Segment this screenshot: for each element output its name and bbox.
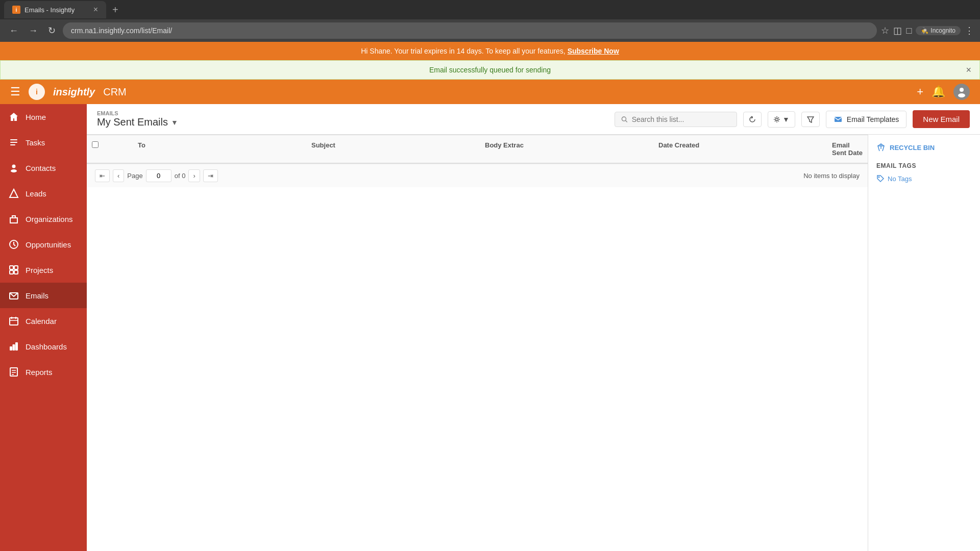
sidebar-item-reports[interactable]: Reports [0,359,87,385]
svg-rect-14 [14,266,18,269]
notifications-icon[interactable]: 🔔 [932,85,945,98]
forward-button[interactable]: → [26,23,41,38]
tab-close-button[interactable]: × [93,6,98,14]
leads-icon [8,188,19,199]
gear-icon [773,116,780,123]
sidebar-item-emails[interactable]: Emails [0,283,87,308]
section-label-area: EMAILS My Sent Emails ▼ [97,110,178,128]
refresh-button[interactable]: ↻ [45,23,59,38]
sidebar-label-contacts: Contacts [26,164,56,172]
sidebar-item-home[interactable]: Home [0,104,87,130]
col-date-created[interactable]: Date Created [653,135,827,163]
subscribe-link[interactable]: Subscribe Now [568,47,619,55]
split-view-icon[interactable]: □ [906,26,912,36]
svg-rect-18 [10,318,18,325]
filter-icon [807,116,814,123]
search-box [615,112,737,127]
home-icon [8,111,19,122]
search-input[interactable] [632,115,730,123]
sidebar-label-emails: Emails [26,291,48,300]
no-tags-link[interactable]: No Tags [876,174,972,183]
sidebar-label-projects: Projects [26,266,53,274]
user-avatar[interactable] [953,84,970,100]
new-email-button[interactable]: New Email [913,110,970,128]
last-page-button[interactable]: ⇥ [203,169,218,182]
next-page-button[interactable]: › [188,169,200,182]
sidebar-label-tasks: Tasks [26,138,45,147]
svg-marker-9 [10,189,18,197]
first-page-button[interactable]: ⇤ [95,169,110,182]
svg-rect-4 [10,139,17,140]
new-tab-button[interactable]: + [108,2,122,18]
main-layout: Home Tasks Contacts Leads [0,104,980,551]
sidebar-item-opportunities[interactable]: Opportunities [0,232,87,257]
col-email-sent-date[interactable]: Email Sent Date [827,135,868,163]
of-label: of 0 [175,172,186,180]
dashboards-icon [8,341,19,352]
content-header: EMAILS My Sent Emails ▼ ▼ [87,104,980,135]
browser-tab[interactable]: i Emails - Insightly × [4,1,106,18]
svg-rect-11 [12,216,15,218]
toast-close-button[interactable]: × [966,65,971,76]
recycle-bin-label: RECYCLE BIN [890,144,935,152]
trial-message: Hi Shane. Your trial expires in 14 days.… [361,47,566,55]
sidebar-item-calendar[interactable]: Calendar [0,308,87,334]
emails-table: To Subject Body Extrac Date Created Emai… [87,135,868,551]
tab-title: Emails - Insightly [24,6,75,14]
app-header: ☰ i insightly CRM + 🔔 [0,80,980,104]
sidebar-item-contacts[interactable]: Contacts [0,155,87,181]
settings-button[interactable]: ▼ [768,111,795,128]
svg-point-8 [11,169,17,172]
sidebar-item-tasks[interactable]: Tasks [0,130,87,155]
svg-point-3 [958,93,965,97]
recycle-bin-icon [876,143,886,152]
svg-rect-23 [13,344,15,350]
sidebar: Home Tasks Contacts Leads [0,104,87,551]
sidebar-label-leads: Leads [26,189,46,198]
recycle-bin-link[interactable]: RECYCLE BIN [876,143,972,152]
svg-rect-22 [10,346,12,350]
view-dropdown-arrow: ▼ [171,118,178,127]
page-number-input[interactable] [146,169,172,182]
svg-point-31 [776,118,778,120]
toast-message: Email successfully queued for sending [429,66,551,74]
svg-marker-32 [807,117,814,122]
opportunities-icon [8,239,19,250]
sidebar-item-projects[interactable]: Projects [0,257,87,283]
section-label: EMAILS [97,110,178,116]
col-subject[interactable]: Subject [306,135,480,163]
prev-page-button[interactable]: ‹ [113,169,124,182]
email-tags-title: EMAIL TAGS [876,162,972,169]
organizations-icon [8,213,19,224]
col-to[interactable]: To [133,135,306,163]
view-selector[interactable]: My Sent Emails ▼ [97,116,178,128]
filter-button[interactable] [801,112,820,127]
sidebar-item-leads[interactable]: Leads [0,181,87,206]
col-checkbox [87,135,107,163]
hamburger-menu[interactable]: ☰ [10,85,20,98]
back-button[interactable]: ← [6,23,21,38]
bookmark-icon[interactable]: ☆ [881,25,889,36]
browser-nav: ← → ↻ ☆ ◫ □ 🕵 Incognito ⋮ [0,19,980,42]
table-wrapper: To Subject Body Extrac Date Created Emai… [87,135,980,551]
settings-arrow: ▼ [782,115,790,123]
toast-notification: Email successfully queued for sending × [0,60,980,80]
address-bar[interactable] [63,22,877,39]
sidebar-item-organizations[interactable]: Organizations [0,206,87,232]
refresh-button[interactable] [743,112,762,127]
extensions-icon[interactable]: ◫ [893,25,902,36]
incognito-badge: 🕵 Incognito [916,26,961,35]
svg-rect-10 [10,218,17,223]
col-body[interactable]: Body Extrac [480,135,653,163]
reports-icon [8,366,19,378]
email-templates-button[interactable]: Email Templates [826,111,906,128]
svg-rect-6 [10,144,15,145]
avatar-icon [955,86,968,98]
email-templates-label: Email Templates [847,115,899,123]
menu-icon[interactable]: ⋮ [965,25,974,36]
add-button[interactable]: + [917,85,923,98]
select-all-checkbox[interactable] [92,141,99,148]
sidebar-item-dashboards[interactable]: Dashboards [0,334,87,359]
pagination: ⇤ ‹ Page of 0 › ⇥ No items to display [87,164,868,187]
svg-point-2 [960,88,964,92]
